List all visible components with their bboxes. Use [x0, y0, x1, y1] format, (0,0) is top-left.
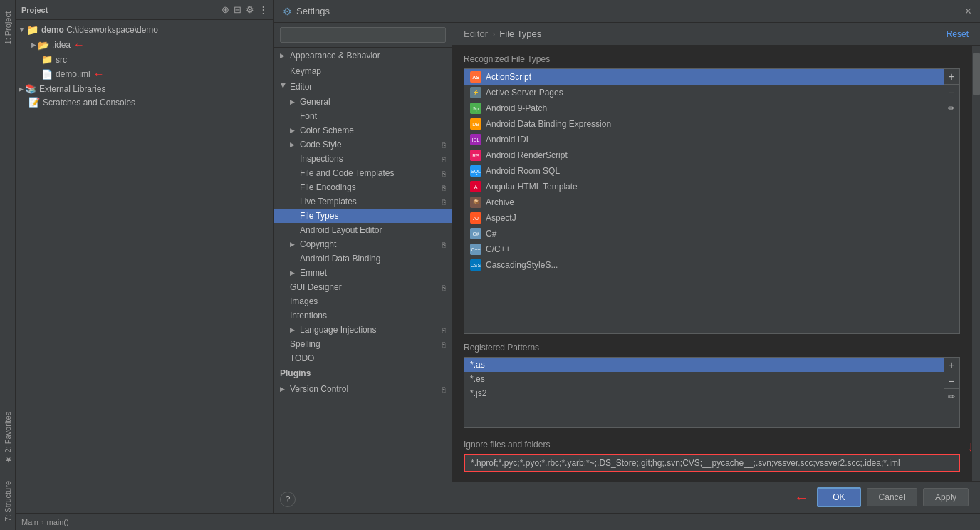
- more-icon[interactable]: ⋮: [259, 4, 268, 15]
- copy-icon: ⎘: [442, 241, 446, 249]
- copy-icon: ⎘: [442, 184, 446, 192]
- scratch-icon: 📝: [28, 97, 40, 108]
- list-item-angular[interactable]: A Angular HTML Template: [464, 179, 944, 194]
- sidebar-item-file-code-templates[interactable]: File and Code Templates ⎘: [274, 166, 452, 180]
- sidebar-item-version-control[interactable]: ▶ Version Control ⎘: [274, 381, 452, 397]
- close-icon[interactable]: ×: [965, 5, 971, 18]
- pattern-label: *.js2: [470, 388, 486, 398]
- list-item-cpp[interactable]: C++ C/C++: [464, 241, 944, 257]
- add-file-type-button[interactable]: +: [944, 69, 959, 85]
- project-panel: Project ⊕ ⊟ ⚙ ⋮ ▼ 📁 demo C:\ideaworkspac…: [16, 0, 274, 513]
- sidebar-label: Color Scheme: [300, 125, 354, 135]
- tree-item-label: External Libraries: [39, 84, 105, 94]
- list-item-label: Archive: [486, 197, 514, 207]
- sidebar-search-input[interactable]: [280, 27, 446, 43]
- sidebar-item-appearance[interactable]: ▶ Appearance & Behavior: [274, 48, 452, 63]
- scrollbar-thumb[interactable]: [973, 53, 980, 95]
- remove-file-type-button[interactable]: −: [944, 85, 959, 100]
- side-tab-favorites[interactable]: ★ 2: Favorites: [1, 403, 14, 473]
- sidebar-item-emmet[interactable]: ▶ Emmet: [274, 266, 452, 280]
- status-main: Main: [21, 518, 38, 526]
- gear-icon[interactable]: ⚙: [246, 4, 254, 15]
- list-item-label: Android IDL: [486, 135, 531, 145]
- ignore-files-input[interactable]: [464, 454, 960, 472]
- cancel-button[interactable]: Cancel: [867, 488, 917, 506]
- tree-item-src[interactable]: 📁 src: [16, 53, 273, 66]
- sidebar-label: Keymap: [290, 66, 321, 76]
- side-tab-project[interactable]: 1: Project: [1, 3, 14, 53]
- arrow-icon: ▶: [280, 52, 287, 59]
- pattern-item-es[interactable]: *.es: [464, 372, 944, 386]
- sidebar-item-intentions[interactable]: Intentions: [274, 308, 452, 323]
- sidebar-item-color-scheme[interactable]: ▶ Color Scheme: [274, 123, 452, 137]
- sidebar-item-live-templates[interactable]: Live Templates ⎘: [274, 194, 452, 209]
- sync-icon[interactable]: ⊕: [221, 4, 229, 15]
- sidebar-item-todo[interactable]: TODO: [274, 351, 452, 365]
- sidebar-item-inspections[interactable]: Inspections ⎘: [274, 152, 452, 166]
- sidebar-label: Copyright: [300, 239, 442, 249]
- tree-item-scratches[interactable]: 📝 Scratches and Consoles: [16, 95, 273, 109]
- patterns-list[interactable]: *.as *.es *.js2: [464, 357, 944, 428]
- side-tab-structure[interactable]: 7: Structure: [1, 472, 14, 530]
- reset-button[interactable]: Reset: [947, 29, 969, 39]
- arrow-icon: ▶: [290, 326, 297, 333]
- list-item-room-sql[interactable]: SQL Android Room SQL: [464, 163, 944, 179]
- project-tree: ▼ 📁 demo C:\ideaworkspace\demo ▶ 📂 .idea…: [16, 20, 273, 513]
- sidebar-item-font[interactable]: Font: [274, 109, 452, 123]
- tree-item-iml[interactable]: 📄 demo.iml ←: [16, 66, 273, 82]
- list-item-aspectj[interactable]: AJ AspectJ: [464, 210, 944, 226]
- help-button[interactable]: ?: [274, 486, 452, 513]
- tree-item-idea[interactable]: ▶ 📂 .idea ←: [16, 37, 273, 53]
- breadcrumb-file-types: File Types: [499, 28, 541, 39]
- src-folder-icon: 📁: [41, 54, 53, 65]
- status-method: main(): [47, 518, 69, 526]
- dialog-buttons: ← OK Cancel Apply: [452, 481, 980, 513]
- list-item-label: Android 9-Patch: [486, 103, 547, 113]
- apply-button[interactable]: Apply: [923, 488, 969, 506]
- edit-file-type-button[interactable]: ✏: [944, 100, 959, 116]
- edit-pattern-button[interactable]: ✏: [944, 389, 959, 405]
- ok-button[interactable]: OK: [817, 487, 860, 507]
- list-item-asp[interactable]: ⚡ Active Server Pages: [464, 85, 944, 100]
- list-item-renderscript[interactable]: RS Android RenderScript: [464, 147, 944, 163]
- list-item-css-partial[interactable]: CSS CascadingStyleS...: [464, 257, 944, 273]
- sidebar-item-spelling[interactable]: Spelling ⎘: [274, 337, 452, 351]
- sidebar-item-file-encodings[interactable]: File Encodings ⎘: [274, 180, 452, 194]
- list-item-archive[interactable]: 📦 Archive: [464, 194, 944, 210]
- list-item-9patch[interactable]: 9p Android 9-Patch: [464, 100, 944, 116]
- sidebar-item-copyright[interactable]: ▶ Copyright ⎘: [274, 237, 452, 251]
- remove-pattern-button[interactable]: −: [944, 373, 959, 389]
- sidebar-item-editor[interactable]: ▶ Editor: [274, 79, 452, 95]
- sidebar-item-file-types[interactable]: File Types: [274, 209, 452, 223]
- sidebar-item-android-data-binding[interactable]: Android Data Binding: [274, 251, 452, 266]
- sidebar-item-lang-injections[interactable]: ▶ Language Injections ⎘: [274, 323, 452, 337]
- sidebar-item-code-style[interactable]: ▶ Code Style ⎘: [274, 137, 452, 152]
- sidebar-label: Language Injections: [300, 325, 442, 335]
- tree-item-demo[interactable]: ▼ 📁 demo C:\ideaworkspace\demo: [16, 23, 273, 37]
- tree-item-ext-libs[interactable]: ▶ 📚 External Libraries: [16, 82, 273, 95]
- sidebar-item-general[interactable]: ▶ General: [274, 95, 452, 109]
- sidebar-item-gui-designer[interactable]: GUI Designer ⎘: [274, 280, 452, 294]
- scrollbar[interactable]: [971, 46, 980, 481]
- sidebar-item-keymap[interactable]: Keymap: [274, 63, 452, 79]
- list-item-idl[interactable]: IDL Android IDL: [464, 132, 944, 147]
- tree-item-label: .idea: [52, 40, 71, 50]
- list-item-csharp[interactable]: C# C#: [464, 226, 944, 241]
- file-icon: 📦: [470, 197, 481, 208]
- file-types-list[interactable]: AS ActionScript ⚡ Active Server Pages: [464, 68, 944, 334]
- pattern-item-js2[interactable]: *.js2: [464, 386, 944, 400]
- breadcrumb-editor: Editor: [464, 28, 488, 39]
- pattern-item-as[interactable]: *.as: [464, 358, 944, 372]
- copy-icon: ⎘: [442, 170, 446, 177]
- sidebar-item-images[interactable]: Images: [274, 294, 452, 308]
- add-pattern-button[interactable]: +: [944, 358, 959, 373]
- collapse-icon[interactable]: ⊟: [234, 4, 241, 15]
- sidebar-item-plugins[interactable]: Plugins: [274, 365, 452, 381]
- list-item-actionscript[interactable]: AS ActionScript: [464, 69, 944, 85]
- patterns-list-buttons: + − ✏: [944, 357, 960, 428]
- file-icon: CSS: [470, 259, 481, 271]
- sidebar-label: Font: [300, 111, 317, 121]
- sidebar-item-android-layout[interactable]: Android Layout Editor: [274, 223, 452, 237]
- tree-item-label: Scratches and Consoles: [43, 98, 135, 108]
- list-item-data-binding[interactable]: DB Android Data Binding Expression: [464, 116, 944, 132]
